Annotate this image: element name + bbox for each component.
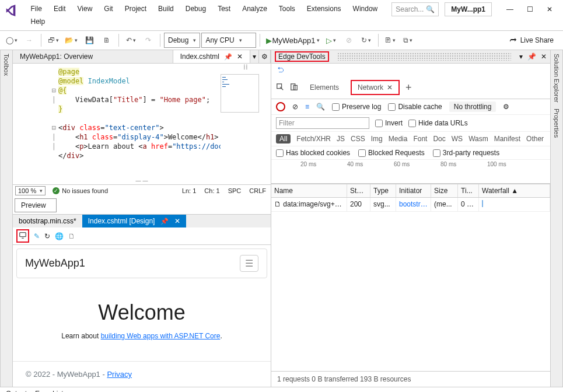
search-box[interactable]: Search... 🔍 bbox=[391, 2, 439, 16]
save-all-button[interactable]: 🗎 bbox=[99, 33, 115, 47]
type-filter-other[interactable]: Other bbox=[526, 135, 544, 143]
refresh-link-icon[interactable]: ⮌ bbox=[271, 64, 550, 76]
settings-icon[interactable]: ⚙ bbox=[503, 103, 509, 111]
cell-initiator[interactable]: bootstra... bbox=[396, 198, 431, 211]
toolbox-tab[interactable]: Toolbox bbox=[3, 54, 10, 76]
type-filter-ws[interactable]: WS bbox=[452, 135, 463, 143]
col-name[interactable]: Name bbox=[271, 184, 347, 197]
code-content[interactable]: @page @model IndexModel @{ ViewData["Tit… bbox=[58, 64, 221, 177]
type-filter-fetchxhr[interactable]: Fetch/XHR bbox=[296, 135, 331, 143]
preview-privacy-link[interactable]: Privacy bbox=[107, 370, 132, 379]
char-indicator[interactable]: Ch: 1 bbox=[204, 187, 219, 194]
refresh-icon[interactable]: ↻ bbox=[44, 232, 50, 240]
col-size[interactable]: Size bbox=[431, 184, 458, 197]
close-tab-icon[interactable]: ✕ bbox=[387, 83, 393, 92]
code-minimap[interactable]: ▬▬▬▬▬▬▬▬▬▬▬▬ bbox=[221, 74, 259, 113]
browser-icon[interactable]: 🌐 bbox=[55, 232, 64, 240]
search-icon[interactable]: 🔍 bbox=[316, 103, 325, 111]
new-project-button[interactable]: 🗗▾ bbox=[45, 33, 61, 47]
solution-selector[interactable]: MyW...pp1 bbox=[445, 2, 492, 16]
type-filter-wasm[interactable]: Wasm bbox=[468, 135, 488, 143]
zoom-dropdown[interactable]: 100 %▾ bbox=[15, 186, 46, 195]
layout-button[interactable]: ⧉▾ bbox=[400, 33, 416, 47]
filter-toggle-icon[interactable]: ≡ bbox=[305, 103, 309, 111]
start-without-debug-button[interactable]: ▷▾ bbox=[323, 33, 340, 47]
redo-button[interactable]: ↷ bbox=[140, 33, 156, 47]
type-filter-font[interactable]: Font bbox=[413, 135, 427, 143]
filter-input[interactable]: Filter bbox=[276, 117, 369, 129]
type-filter-doc[interactable]: Doc bbox=[433, 135, 445, 143]
minimize-button[interactable]: — bbox=[500, 2, 520, 16]
tab-overview[interactable]: MyWebApp1: Overview bbox=[13, 50, 173, 63]
window-menu-icon[interactable]: ▾ bbox=[519, 52, 523, 61]
tab-settings-icon[interactable]: ⚙ bbox=[259, 50, 271, 63]
type-filter-js[interactable]: JS bbox=[337, 135, 345, 143]
eol-indicator[interactable]: CRLF bbox=[249, 187, 266, 194]
clear-button[interactable]: ⊘ bbox=[292, 103, 298, 111]
maximize-button[interactable]: ☐ bbox=[520, 2, 540, 16]
close-button[interactable]: ✕ bbox=[540, 2, 559, 16]
line-indicator[interactable]: Ln: 1 bbox=[182, 187, 196, 194]
hamburger-icon[interactable]: ☰ bbox=[240, 255, 258, 272]
network-timeline[interactable]: 20 ms40 ms60 ms80 ms100 ms bbox=[271, 160, 550, 184]
preview-brand[interactable]: MyWebApp1 bbox=[25, 257, 85, 270]
close-tab-icon[interactable]: ✕ bbox=[174, 217, 180, 225]
menu-help[interactable]: Help bbox=[25, 15, 51, 28]
preview-tab[interactable]: Preview bbox=[15, 198, 57, 212]
type-filter-css[interactable]: CSS bbox=[351, 135, 365, 143]
menu-analyze[interactable]: Analyze bbox=[236, 2, 273, 15]
design-tool-icon[interactable]: ✎ bbox=[34, 232, 40, 240]
close-pane-icon[interactable]: ✕ bbox=[541, 52, 547, 61]
hot-reload-button[interactable]: ⊘ bbox=[341, 33, 357, 47]
pin-icon[interactable]: 📌 bbox=[527, 52, 536, 61]
devtools-toggle-button[interactable] bbox=[16, 229, 29, 243]
invert-checkbox[interactable]: Invert bbox=[375, 119, 403, 127]
hide-data-urls-checkbox[interactable]: Hide data URLs bbox=[408, 119, 468, 127]
menu-git[interactable]: Git bbox=[98, 2, 118, 15]
menu-tools[interactable]: Tools bbox=[273, 2, 301, 15]
live-share-button[interactable]: ⮫ Live Share bbox=[504, 36, 559, 44]
device-toggle-icon[interactable] bbox=[290, 83, 298, 93]
third-party-checkbox[interactable]: 3rd-party requests bbox=[433, 149, 499, 157]
tab-network[interactable]: Network ✕ bbox=[351, 80, 400, 95]
browser-link-button[interactable]: 🖹▾ bbox=[382, 33, 398, 47]
menu-file[interactable]: File bbox=[25, 2, 48, 15]
menu-extensions[interactable]: Extensions bbox=[301, 2, 347, 15]
type-filter-media[interactable]: Media bbox=[389, 135, 408, 143]
horizontal-split-icon[interactable]: ⸺⸺ bbox=[13, 177, 271, 184]
type-filter-manifest[interactable]: Manifest bbox=[494, 135, 520, 143]
col-type[interactable]: Type bbox=[370, 184, 396, 197]
type-filter-img[interactable]: Img bbox=[371, 135, 383, 143]
start-button[interactable]: ▶ MyWebApp1 ▾ bbox=[264, 33, 321, 47]
tab-overflow-button[interactable]: ▾ bbox=[250, 50, 259, 63]
toolbox-rail[interactable]: Toolbox bbox=[0, 50, 13, 387]
table-row[interactable]: 🗋 data:image/svg+x... 200 svg... bootstr… bbox=[271, 198, 550, 212]
platform-dropdown[interactable]: Any CPU▾ bbox=[201, 33, 256, 48]
undo-button[interactable]: ↶▾ bbox=[123, 33, 139, 47]
record-button[interactable] bbox=[276, 102, 285, 111]
menu-debug[interactable]: Debug bbox=[180, 2, 212, 15]
disable-cache-checkbox[interactable]: Disable cache bbox=[388, 103, 442, 111]
nav-back-button[interactable]: ◯▾ bbox=[4, 33, 20, 47]
browser-refresh-button[interactable]: ↻▾ bbox=[358, 33, 375, 47]
blocked-requests-checkbox[interactable]: Blocked Requests bbox=[358, 149, 425, 157]
menu-edit[interactable]: Edit bbox=[48, 2, 72, 15]
throttling-dropdown[interactable]: No throttling bbox=[449, 102, 496, 112]
code-editor[interactable]: ⊟| ⊟|| @page @model IndexModel @{ ViewDa… bbox=[13, 64, 271, 177]
blocked-cookies-checkbox[interactable]: Has blocked cookies bbox=[276, 149, 350, 157]
menu-window[interactable]: Window bbox=[347, 2, 384, 15]
col-ti[interactable]: Ti... bbox=[458, 184, 479, 197]
close-tab-icon[interactable]: ✕ bbox=[237, 52, 243, 61]
type-filter-all[interactable]: All bbox=[276, 134, 291, 144]
properties-tab[interactable]: Properties bbox=[553, 108, 560, 138]
col-waterfall[interactable]: Waterfall ▲ bbox=[479, 184, 550, 197]
inspect-icon[interactable] bbox=[276, 83, 284, 93]
add-tab-icon[interactable]: + bbox=[405, 82, 412, 94]
save-button[interactable]: 💾 bbox=[81, 33, 97, 47]
preserve-log-checkbox[interactable]: Preserve log bbox=[332, 103, 381, 111]
menu-build[interactable]: Build bbox=[152, 2, 180, 15]
tab-bootstrap-css[interactable]: bootstrap.min.css* bbox=[13, 215, 82, 228]
tab-elements[interactable]: Elements bbox=[304, 81, 345, 94]
solution-explorer-tab[interactable]: Solution Explorer bbox=[553, 54, 560, 103]
doc-icon[interactable]: 🗋 bbox=[68, 232, 75, 240]
